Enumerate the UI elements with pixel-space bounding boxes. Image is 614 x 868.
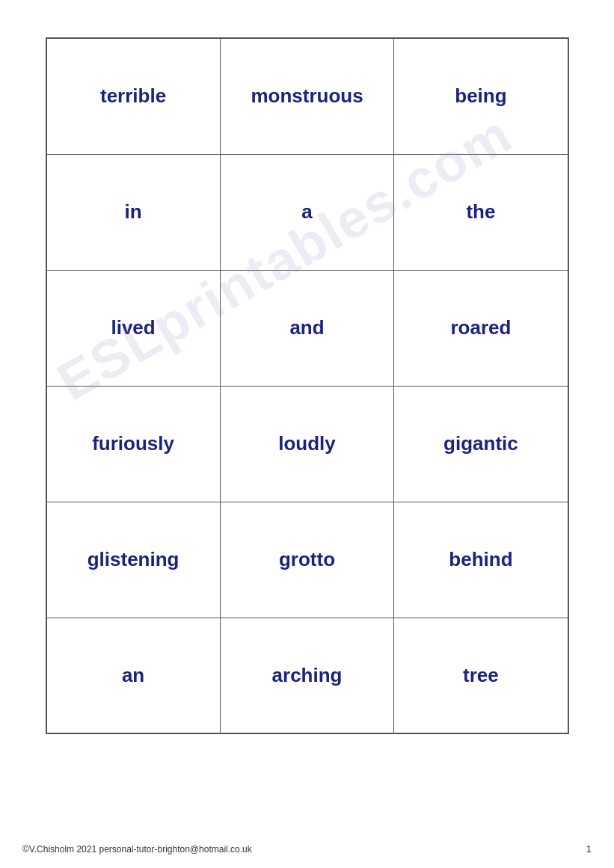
cell-2-1: and (220, 270, 394, 386)
cell-5-0: an (46, 618, 221, 733)
cell-5-1: arching (220, 618, 394, 733)
cell-4-2: behind (394, 502, 568, 618)
cell-2-0: lived (46, 270, 221, 386)
footer: ©V.Chisholm 2021 personal-tutor-brighton… (0, 843, 614, 855)
copyright-text: ©V.Chisholm 2021 personal-tutor-brighton… (22, 844, 252, 855)
cell-1-0: in (46, 154, 221, 270)
cell-0-2: being (394, 38, 568, 154)
cell-4-0: glistening (46, 502, 221, 618)
page: terriblemonstruousbeinginathelivedandroa… (0, 0, 614, 868)
word-grid: terriblemonstruousbeinginathelivedandroa… (46, 37, 569, 734)
cell-0-1: monstruous (220, 38, 394, 154)
grid-wrapper: terriblemonstruousbeinginathelivedandroa… (46, 37, 569, 734)
cell-2-2: roared (394, 270, 568, 386)
cell-5-2: tree (394, 618, 568, 733)
cell-4-1: grotto (220, 502, 394, 618)
cell-3-1: loudly (220, 386, 394, 502)
cell-1-1: a (220, 154, 394, 270)
cell-0-0: terrible (46, 38, 221, 154)
cell-3-0: furiously (46, 386, 221, 502)
cell-3-2: gigantic (394, 386, 568, 502)
cell-1-2: the (394, 154, 568, 270)
page-number: 1 (586, 843, 592, 855)
